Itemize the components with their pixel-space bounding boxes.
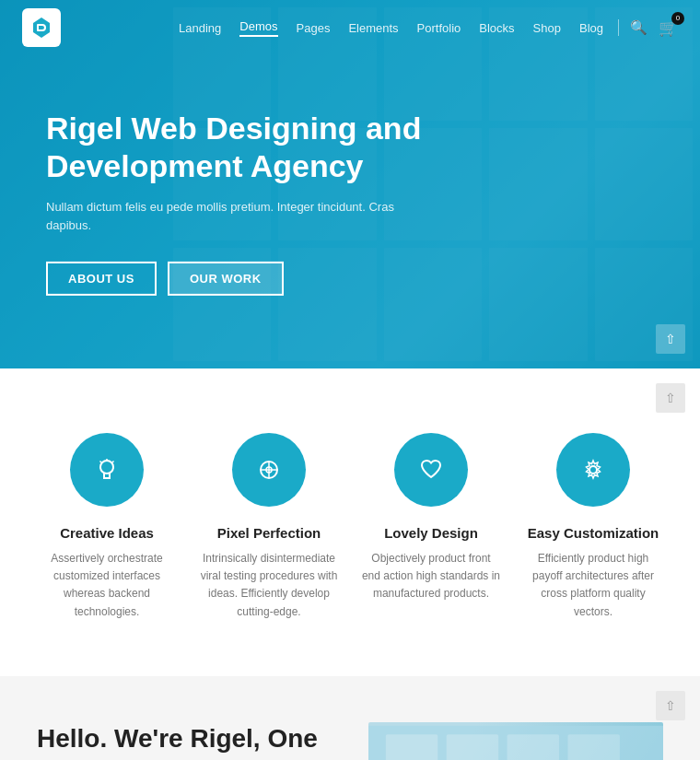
logo[interactable] [22,8,61,47]
hero-subtitle: Nullam dictum felis eu pede mollis preti… [46,198,396,237]
about-section: ⇧ Hello. We're Rigel, One of the Best We… [0,676,700,760]
svg-line-3 [112,462,114,463]
our-work-button[interactable]: OUR WORK [168,262,284,296]
scroll-top-button-3[interactable]: ⇧ [656,691,685,720]
svg-rect-15 [567,734,619,760]
hero-section: Landing Demos Pages Elements Portfolio B… [0,0,700,368]
svg-point-9 [589,466,597,474]
nav-elements[interactable]: Elements [348,21,398,35]
easy-customization-icon [556,433,630,507]
creative-ideas-icon [70,433,144,507]
about-image-inner [368,722,663,760]
feature-easy-customization: Easy Customization Efficiently product h… [523,433,663,621]
scroll-top-button-2[interactable]: ⇧ [656,383,685,413]
about-image [368,722,663,760]
features-grid: Creative Ideas Assertively orchestrate c… [37,433,663,621]
hero-content: Rigel Web Designing and Development Agen… [46,110,433,296]
features-section: ⇧ Creative Ideas Assertively orchestrate… [0,368,700,676]
cart-icon[interactable]: 🛒 0 [659,18,678,38]
svg-line-4 [100,462,102,463]
about-title: Hello. We're Rigel, One of the Best Web … [37,722,332,760]
nav-links: Landing Demos Pages Elements Portfolio B… [179,19,603,37]
feature-title-4: Easy Customization [523,525,663,541]
scroll-top-button[interactable]: ⇧ [656,324,685,354]
nav-portfolio[interactable]: Portfolio [417,21,461,35]
nav-shop[interactable]: Shop [533,21,561,35]
nav-landing[interactable]: Landing [179,21,221,35]
pixel-perfection-icon [232,433,306,507]
navbar-icons: 🔍 🛒 0 [618,18,678,38]
navbar: Landing Demos Pages Elements Portfolio B… [0,0,700,55]
nav-blocks[interactable]: Blocks [479,21,514,35]
feature-title-2: Pixel Perfection [199,525,339,541]
feature-desc-4: Efficiently product high payoff architec… [523,550,663,621]
hero-buttons: ABOUT US OUR WORK [46,262,433,296]
feature-creative-ideas: Creative Ideas Assertively orchestrate c… [37,433,177,621]
svg-point-0 [100,461,113,474]
navbar-divider [618,19,619,36]
nav-blog[interactable]: Blog [579,21,603,35]
svg-rect-12 [386,734,438,760]
cart-count: 0 [671,12,684,25]
feature-desc-1: Assertively orchestrate customized inter… [37,550,177,621]
feature-title-3: Lovely Design [361,525,501,541]
feature-lovely-design: Lovely Design Objectively product front … [361,433,501,621]
feature-title-1: Creative Ideas [37,525,177,541]
lovely-design-icon [394,433,468,507]
feature-desc-2: Intrinsically disintermediate viral test… [199,550,339,621]
about-text: Hello. We're Rigel, One of the Best Web … [37,722,332,760]
search-icon[interactable]: 🔍 [630,19,648,36]
nav-pages[interactable]: Pages [297,21,331,35]
nav-demos[interactable]: Demos [239,19,277,37]
hero-title: Rigel Web Designing and Development Agen… [46,110,433,185]
feature-desc-3: Objectively product front end action hig… [361,550,501,603]
about-us-button[interactable]: ABOUT US [46,262,157,296]
feature-pixel-perfection: Pixel Perfection Intrinsically disinterm… [199,433,339,621]
svg-rect-14 [508,734,559,760]
svg-rect-13 [447,734,498,760]
